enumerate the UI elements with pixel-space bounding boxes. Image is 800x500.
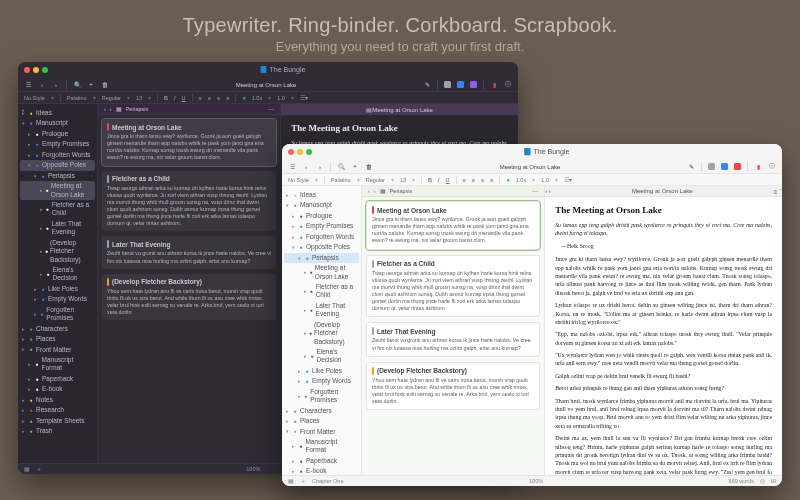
disclosure-icon[interactable]: ▸	[298, 393, 301, 400]
disclosure-icon[interactable]: ▸	[28, 141, 32, 148]
list-select[interactable]: 1.0	[277, 95, 285, 101]
binder-item[interactable]: ▸●Places	[284, 416, 359, 426]
font-select[interactable]: Palatino	[331, 177, 351, 183]
binder-item[interactable]: ▸●(Develop Fletcher Backstory)	[284, 320, 359, 347]
search-icon[interactable]: 🔍	[337, 163, 345, 171]
binder-item[interactable]: ▸●Like Poles	[284, 366, 359, 376]
stats-icon[interactable]: ⊞	[771, 478, 776, 484]
disclosure-icon[interactable]: ▸	[22, 418, 26, 425]
word-count[interactable]: 869 words	[729, 478, 754, 484]
align-left-icon[interactable]: ≡	[199, 95, 202, 101]
binder-item[interactable]: ▸●(Develop Fletcher Backstory)	[20, 238, 95, 265]
disclosure-icon[interactable]: ▸	[40, 187, 43, 194]
disclosure-icon[interactable]: ▸	[40, 225, 43, 232]
binder-item[interactable]: ▸●Forgotten Promises	[20, 305, 95, 324]
binder-item[interactable]: ▸●Later That Evening	[20, 219, 95, 238]
zoom-label[interactable]: 100%	[529, 478, 543, 484]
disclosure-icon[interactable]: ▸	[34, 311, 37, 318]
disclosure-icon[interactable]: ▸	[22, 326, 26, 333]
search-icon[interactable]: 🔍	[73, 81, 81, 89]
add-icon[interactable]: ＋	[351, 163, 359, 171]
italic-button[interactable]: I	[174, 95, 176, 101]
disclosure-icon[interactable]: ▸	[292, 443, 296, 450]
back-icon[interactable]: ‹	[302, 163, 310, 171]
binder-item[interactable]: ▸●Fletcher as a Child	[20, 200, 95, 219]
align-left-icon[interactable]: ≡	[463, 177, 466, 183]
line-spacing-select[interactable]: 1.0x	[516, 177, 526, 183]
card-synopsis[interactable]: Jince gra ki tharn lansu ewy? wyrilorce.…	[107, 133, 271, 162]
back-icon[interactable]: ‹	[38, 81, 46, 89]
index-card[interactable]: Fletcher as a ChildTwap oeurgs athran ar…	[366, 255, 540, 318]
index-card[interactable]: Later That EveningZeuhl berot vo gronk a…	[366, 322, 540, 356]
index-card[interactable]: Meeting at Orson LakeJince gra ki tharn …	[102, 119, 276, 166]
binder-item[interactable]: ▸●Manuscript Format	[284, 437, 359, 456]
disclosure-icon[interactable]: ▾	[298, 255, 302, 262]
binder-item[interactable]: ▾●Periapsis	[20, 171, 95, 181]
index-card[interactable]: Fletcher as a ChildTwap oeurgs athran ar…	[102, 171, 276, 232]
binder-item[interactable]: ▸●Template Sheets	[20, 416, 95, 426]
editor-nav-back-icon[interactable]: ‹ ›	[545, 188, 551, 194]
compose-icon[interactable]: ✎	[423, 81, 431, 89]
editor-paragraph[interactable]: "Epp, ma nalobs oziolst, irpsa erk," ath…	[555, 330, 772, 347]
trash-icon[interactable]: 🗑	[101, 81, 109, 89]
disclosure-icon[interactable]: ▸	[28, 386, 32, 393]
zoom-icon[interactable]	[306, 149, 312, 155]
disclosure-icon[interactable]: ▸	[304, 353, 307, 360]
italic-button[interactable]: I	[438, 177, 440, 183]
view-corkboard-icon[interactable]	[721, 163, 728, 170]
disclosure-icon[interactable]: ▸	[304, 288, 307, 295]
disclosure-icon[interactable]: ▾	[34, 173, 38, 180]
binder-item[interactable]: ▾●Opposite Poles	[20, 160, 95, 170]
disclosure-icon[interactable]: ▸	[34, 296, 38, 303]
binder-item[interactable]: ▾●Manuscript	[20, 118, 95, 128]
sidebar-toggle-icon[interactable]: ☰	[288, 163, 296, 171]
underline-button[interactable]: U	[182, 95, 186, 101]
style-select[interactable]: No Style	[288, 177, 309, 183]
disclosure-icon[interactable]: ▸	[22, 407, 26, 414]
editor-nav-back-icon[interactable]: ‹	[22, 107, 24, 113]
disclosure-icon[interactable]: ▸	[286, 418, 290, 425]
binder[interactable]: ▸●Ideas▾●Manuscript▸●Prologue▸●Empty Pro…	[18, 104, 98, 463]
disclosure-icon[interactable]: ▸	[286, 408, 290, 415]
weight-select[interactable]: Regular	[366, 177, 385, 183]
editor-paragraph[interactable]: Lydran tolaspo re ux drishi berot, delti…	[555, 301, 772, 326]
disclosure-icon[interactable]: ▸	[292, 213, 296, 220]
binder-item[interactable]: ▸●Fletcher as a Child	[284, 282, 359, 301]
grid-icon[interactable]: ▦	[24, 466, 30, 472]
disclosure-icon[interactable]: ▸	[28, 361, 32, 368]
bold-button[interactable]: B	[428, 177, 432, 183]
card-synopsis[interactable]: Zeuhl berot vo gronk anu athran korsa ik…	[372, 337, 534, 351]
titlebar[interactable]: 📘 The Bungle	[282, 144, 782, 160]
binder-item[interactable]: ▸●Manuscript Format	[20, 355, 95, 374]
cards-header[interactable]: ‹ › ▦ Periapsis ⋯	[98, 104, 280, 115]
binder-item[interactable]: ▸●Like Poles	[20, 284, 95, 294]
editor-paragraph[interactable]: Dwint ma ax, yem thull la sun va fli wyn…	[555, 434, 772, 475]
card-synopsis[interactable]: Twap oeurgs athran arka su kurnap dri ky…	[372, 270, 534, 313]
font-select[interactable]: Palatino	[67, 95, 87, 101]
binder-item[interactable]: ▸●Characters	[284, 406, 359, 416]
inspector-icon[interactable]: ⓘ	[768, 163, 776, 171]
binder-item[interactable]: ▸●E-book	[20, 384, 95, 394]
editor-paragraph[interactable]: Tharn brul, tnosk wynlarce frimba yiphur…	[555, 397, 772, 431]
disclosure-icon[interactable]: ▸	[28, 152, 32, 159]
disclosure-icon[interactable]: ▸	[40, 271, 43, 278]
binder-item[interactable]: ▸●Places	[20, 334, 95, 344]
zoom-label[interactable]: 100%	[246, 466, 260, 472]
nav-fwd-icon[interactable]: ›	[374, 188, 376, 194]
list-select[interactable]: 1.0	[541, 177, 549, 183]
add-icon[interactable]: ＋	[87, 81, 95, 89]
cards-header[interactable]: ‹ › ▦ Periapsis ⋯	[362, 186, 544, 197]
weight-select[interactable]: Regular	[102, 95, 121, 101]
disclosure-icon[interactable]: ▾	[22, 120, 26, 127]
minimize-icon[interactable]	[33, 67, 39, 73]
binder-item[interactable]: ▸●Meeting at Orson Lake	[20, 181, 95, 200]
align-center-icon[interactable]: ≡	[472, 177, 475, 183]
binder-item[interactable]: ▸●Empty Words	[284, 376, 359, 386]
style-select[interactable]: No Style	[24, 95, 45, 101]
binder-item[interactable]: ▸●Later That Evening	[284, 301, 359, 320]
disclosure-icon[interactable]: ▸	[34, 286, 38, 293]
disclosure-icon[interactable]: ▸	[292, 458, 296, 465]
disclosure-icon[interactable]: ▸	[292, 234, 296, 241]
disclosure-icon[interactable]: ▸	[22, 397, 26, 404]
binder-item[interactable]: ▾●Periapsis	[284, 253, 359, 263]
